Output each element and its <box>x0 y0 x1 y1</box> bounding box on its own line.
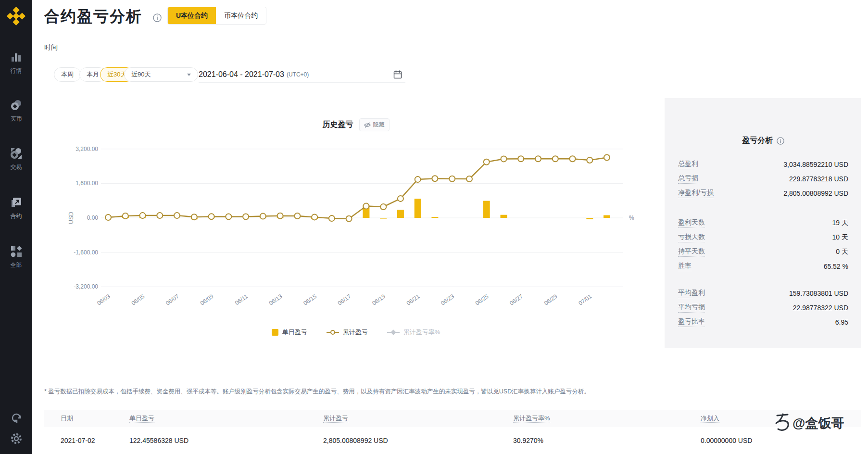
sidebar-item-all[interactable]: 全部 <box>0 245 32 269</box>
svg-text:06/27: 06/27 <box>508 293 524 307</box>
stat-value: 10 天 <box>832 233 848 242</box>
svg-text:3,200.00: 3,200.00 <box>75 146 98 152</box>
svg-text:06/19: 06/19 <box>371 293 387 307</box>
tab-usdt-margined[interactable]: U本位合约 <box>168 7 216 24</box>
column-header-date: 日期 <box>61 414 129 423</box>
stat-label[interactable]: 亏损天数 <box>678 233 705 242</box>
svg-text:%: % <box>629 214 634 221</box>
stat-value: 229.87783218 USD <box>789 175 848 183</box>
tab-coin-margined[interactable]: 币本位合约 <box>216 7 266 24</box>
cell-net-transfer: 0.00000000 USD <box>701 437 861 444</box>
settings-button[interactable] <box>0 432 32 445</box>
market-bars-icon <box>10 51 23 63</box>
trade-icon <box>10 147 23 160</box>
svg-text:06/23: 06/23 <box>440 293 455 307</box>
svg-text:06/15: 06/15 <box>302 293 318 307</box>
sidebar-item-trade[interactable]: 交易 <box>0 147 32 171</box>
stat-row: 亏损天数 10 天 <box>678 230 848 245</box>
stat-row: 平均亏损 22.98778322 USD <box>678 301 848 315</box>
sidebar-item-buy-crypto[interactable]: 买币 <box>0 99 32 123</box>
stat-label[interactable]: 平均盈利 <box>678 289 705 298</box>
stat-value: 65.52 % <box>824 263 848 270</box>
settings-gear-icon <box>10 432 23 445</box>
stat-value: 3,034.88592210 USD <box>783 161 848 168</box>
chart-title: 历史盈亏 <box>323 120 353 130</box>
contract-type-tabs: U本位合约 币本位合约 <box>167 7 266 25</box>
legend-cumulative-pnl-rate[interactable]: 累计盈亏率% <box>387 328 440 337</box>
svg-text:06/21: 06/21 <box>405 293 421 307</box>
svg-text:06/09: 06/09 <box>199 293 215 307</box>
range-90d-dropdown[interactable]: 近90天 <box>124 67 198 82</box>
column-header-daily-pnl[interactable]: 单日盈亏 <box>129 414 323 423</box>
sidebar-item-markets[interactable]: 行情 <box>0 51 32 75</box>
column-header-cumulative-pnl[interactable]: 累计盈亏 <box>323 414 513 423</box>
table-row: 2021-07-02 122.45586328 USD 2,805.008089… <box>44 427 861 454</box>
hide-chart-button[interactable]: 隐藏 <box>359 118 390 131</box>
date-range-value: 2021-06-04 - 2021-07-03 <box>199 70 284 79</box>
svg-text:0.00: 0.00 <box>87 214 99 221</box>
chevron-down-icon <box>187 74 191 76</box>
stat-label[interactable]: 盈亏比率 <box>678 317 705 327</box>
sidebar-item-label: 合约 <box>11 212 22 220</box>
watermark-logo-icon <box>773 413 791 434</box>
stat-value: 19 天 <box>832 219 848 227</box>
sidebar-item-label: 行情 <box>11 67 22 75</box>
calendar-icon[interactable] <box>393 70 403 79</box>
legend-daily-pnl[interactable]: 单日盈亏 <box>272 328 307 337</box>
stat-row: 胜率 65.52 % <box>678 259 848 274</box>
cell-daily-pnl: 122.45586328 USD <box>129 437 323 444</box>
sidebar-item-label: 交易 <box>11 163 22 171</box>
svg-text:1,600.00: 1,600.00 <box>75 180 98 187</box>
panel-title: 盈亏分析 <box>742 136 773 146</box>
refresh-button[interactable] <box>0 412 32 424</box>
stat-label[interactable]: 总亏损 <box>678 174 698 184</box>
stat-label[interactable]: 净盈利/亏损 <box>678 189 714 198</box>
cell-cumulative-pnl-rate: 30.9270% <box>513 437 701 444</box>
sidebar-item-futures[interactable]: 合约 <box>0 196 32 220</box>
watermark: @盒饭哥 <box>773 413 844 434</box>
bar-swatch-icon <box>272 329 278 336</box>
cell-cumulative-pnl: 2,805.00808992 USD <box>323 437 513 444</box>
pnl-table-header: 日期 单日盈亏 累计盈亏 累计盈亏率% 净划入 <box>44 410 861 427</box>
refresh-icon <box>10 412 23 424</box>
stat-value: 0 天 <box>836 248 848 256</box>
stat-value: 159.73083801 USD <box>789 290 848 297</box>
svg-text:06/03: 06/03 <box>96 293 112 307</box>
panel-group-averages: 平均盈利 159.73083801 USD 平均亏损 22.98778322 U… <box>678 286 848 329</box>
stat-row: 持平天数 0 天 <box>678 245 848 259</box>
dropdown-value: 近90天 <box>131 68 151 81</box>
binance-logo[interactable] <box>5 7 27 28</box>
info-icon[interactable] <box>777 137 784 145</box>
sidebar-item-label: 全部 <box>11 261 22 269</box>
legend-cumulative-pnl[interactable]: 累计盈亏 <box>327 328 368 337</box>
svg-text:USD: USD <box>68 212 75 224</box>
stat-row: 盈利天数 19 天 <box>678 216 848 230</box>
stat-label[interactable]: 持平天数 <box>678 247 705 257</box>
stat-label[interactable]: 盈利天数 <box>678 218 705 228</box>
range-this-week-button[interactable]: 本周 <box>54 67 81 82</box>
date-range-input[interactable]: 2021-06-04 - 2021-07-03 (UTC+0) <box>199 66 405 83</box>
stat-value: 22.98778322 USD <box>793 304 848 312</box>
stat-row: 总盈利 3,034.88592210 USD <box>678 157 848 172</box>
cell-date: 2021-07-02 <box>61 437 129 444</box>
history-pnl-card: 历史盈亏 隐藏 3,200.001,600.000.00-1,600.00-3,… <box>44 96 667 370</box>
panel-group-days: 盈利天数 19 天 亏损天数 10 天 持平天数 0 天 胜率 65.52 % <box>678 216 848 274</box>
stat-value: 6.95 <box>835 318 848 326</box>
svg-text:06/05: 06/05 <box>130 293 146 307</box>
pnl-analysis-panel: 盈亏分析 总盈利 3,034.88592210 USD 总亏损 229.8778… <box>665 98 861 348</box>
sidebar-item-label: 买币 <box>11 115 22 123</box>
svg-text:06/25: 06/25 <box>474 293 490 307</box>
line-swatch-icon <box>327 330 339 335</box>
sidebar: 行情 买币 交易 合约 <box>0 0 32 454</box>
svg-text:06/29: 06/29 <box>543 293 559 307</box>
info-icon[interactable] <box>153 13 162 22</box>
stat-row: 平均盈利 159.73083801 USD <box>678 286 848 301</box>
stat-row: 总亏损 229.87783218 USD <box>678 172 848 186</box>
stat-label[interactable]: 总盈利 <box>678 160 698 169</box>
stat-label[interactable]: 胜率 <box>678 262 692 271</box>
stat-label[interactable]: 平均亏损 <box>678 303 705 313</box>
column-header-cumulative-pnl-rate[interactable]: 累计盈亏率% <box>513 414 701 423</box>
all-apps-icon <box>10 245 23 258</box>
svg-text:06/17: 06/17 <box>337 293 352 307</box>
svg-text:-1,600.00: -1,600.00 <box>74 249 98 256</box>
